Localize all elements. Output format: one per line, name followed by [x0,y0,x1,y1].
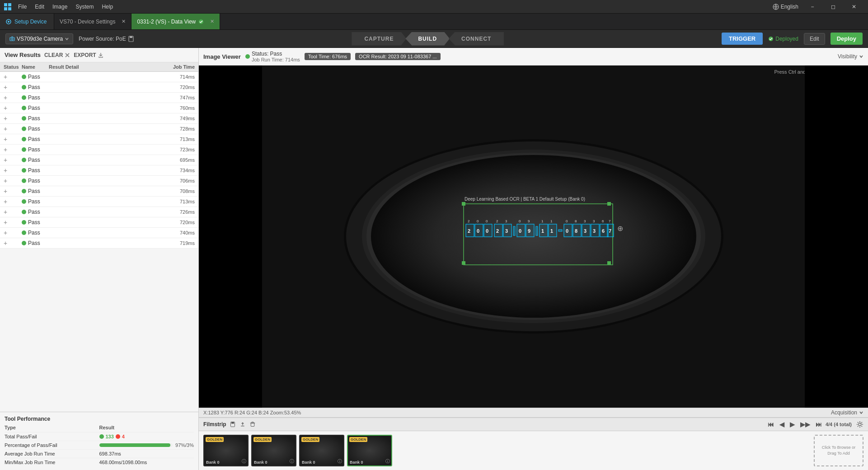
acquisition-button[interactable]: Acquisition [831,409,863,416]
row-add-icon[interactable]: + [4,229,22,236]
export-button[interactable]: EXPORT [74,52,103,58]
result-row[interactable]: + Pass 706ms [0,176,198,186]
filmstrip-save-icon[interactable] [229,421,236,428]
ocr-result-badge[interactable]: OCR Result: 2023 09 11-083367 ... [355,53,440,60]
deploy-button[interactable]: Deploy [830,33,863,45]
result-row[interactable]: + Pass 720ms [0,82,198,93]
result-row[interactable]: + Pass 714ms [0,72,198,82]
first-frame-button[interactable]: ⏮ [766,420,776,429]
svg-rect-23 [607,202,611,206]
build-step-label[interactable]: BUILD [405,32,450,46]
drop-zone[interactable]: Click To Browse orDrag To Add [814,435,863,466]
tab-data-view[interactable]: 0331-2 (VS) - Data View ✕ [131,14,220,29]
menu-help[interactable]: Help [98,3,117,11]
svg-text:3: 3 [593,228,596,234]
thumb-info-1[interactable]: ⓘ [242,458,246,465]
menu-system[interactable]: System [72,3,97,11]
row-add-icon[interactable]: + [4,136,22,143]
menu-edit[interactable]: Edit [31,3,48,11]
prev-frame-button[interactable]: ◀ [778,420,786,429]
clear-button[interactable]: CLEAR [44,52,70,58]
row-add-icon[interactable]: + [4,73,22,80]
filmstrip-panel: Filmstrip ⏮ ◀ ▶ ▶▶ ⏭ 4/4 (4 total) [199,418,868,470]
next-frame-button[interactable]: ▶▶ [798,420,812,429]
film-thumb-2[interactable]: GOLDEN Bank 0 ⓘ [251,435,296,466]
row-status-dot [22,199,26,204]
thumb-info-2[interactable]: ⓘ [290,458,294,465]
filmstrip-gear-icon[interactable] [856,421,863,428]
camera-selector[interactable]: VS709d3e Camera [5,33,73,44]
restore-button[interactable]: ◻ [823,0,844,14]
result-row[interactable]: + Pass 728ms [0,124,198,134]
result-row[interactable]: + Pass 734ms [0,165,198,176]
row-time: 720ms [159,85,195,90]
last-frame-button[interactable]: ⏭ [814,420,824,429]
row-add-icon[interactable]: + [4,104,22,112]
row-time: 706ms [159,178,195,183]
row-add-icon[interactable]: + [4,198,22,205]
row-status-dot [22,95,26,100]
step-connect[interactable]: CONNECT [449,32,504,46]
result-row[interactable]: + Pass 726ms [0,207,198,217]
film-thumb-4[interactable]: GOLDEN Bank 0 ⓘ [347,435,392,466]
capture-step-label[interactable]: CAPTURE [352,32,406,46]
tab-data-view-close[interactable]: ✕ [210,19,214,24]
row-add-icon[interactable]: + [4,219,22,226]
close-button[interactable]: ✕ [844,0,864,14]
filmstrip-upload-icon[interactable] [239,421,246,428]
result-row[interactable]: + Pass 749ms [0,113,198,124]
perf-pct-bar-wrap: 97%/3% [99,442,194,448]
row-add-icon[interactable]: + [4,146,22,153]
row-add-icon[interactable]: + [4,188,22,195]
minimize-button[interactable]: − [802,0,823,14]
menu-file[interactable]: File [14,3,30,11]
result-row[interactable]: + Pass 723ms [0,145,198,155]
trigger-button[interactable]: TRIGGER [722,33,763,45]
image-canvas[interactable]: Press Ctrl and drag mouse to pan. ⓘ [199,66,868,408]
film-thumb-1[interactable]: GOLDEN Bank 0 ⓘ [203,435,249,466]
result-row[interactable]: + Pass 747ms [0,93,198,103]
visibility-button[interactable]: Visibility [838,53,863,60]
row-add-icon[interactable]: + [4,167,22,174]
row-add-icon[interactable]: + [4,177,22,184]
film-thumb-3[interactable]: GOLDEN Bank 0 ⓘ [299,435,344,466]
result-row[interactable]: + Pass 760ms [0,103,198,113]
acquisition-label: Acquisition [831,409,857,416]
row-add-icon[interactable]: + [4,94,22,101]
step-capture[interactable]: CAPTURE [352,32,406,46]
result-row[interactable]: + Pass 713ms [0,134,198,145]
play-button[interactable]: ▶ [788,420,797,429]
tab-device-settings[interactable]: VS70 - Device Settings ✕ [54,14,131,29]
tool-time-badge[interactable]: Tool Time: 676ms [305,53,351,60]
row-add-icon[interactable]: + [4,125,22,132]
row-add-icon[interactable]: + [4,156,22,164]
filmstrip-delete-icon[interactable] [249,421,256,428]
result-row[interactable]: + Pass 720ms [0,217,198,228]
result-row[interactable]: + Pass 740ms [0,228,198,238]
save-icon[interactable] [128,36,134,42]
row-add-icon[interactable]: + [4,208,22,216]
row-add-icon[interactable]: + [4,115,22,122]
language-selector[interactable]: English [769,4,802,10]
row-status-dot [22,168,26,173]
result-row[interactable]: + Pass 708ms [0,186,198,197]
export-icon [98,52,103,58]
row-add-icon[interactable]: + [4,240,22,247]
svg-text:2: 2 [468,219,470,223]
thumb-info-4[interactable]: ⓘ [385,458,390,465]
connect-step-label[interactable]: CONNECT [449,32,504,46]
menu-image[interactable]: Image [49,3,71,11]
result-row[interactable]: + Pass 713ms [0,197,198,207]
step-build[interactable]: BUILD [405,32,450,46]
tab-setup-device[interactable]: Setup Device [0,14,54,29]
thumb-info-3[interactable]: ⓘ [338,458,342,465]
lens-svg: Deep Learning Based OCR | BETA 1 Default… [337,134,730,339]
row-status-text: Pass [28,105,40,111]
row-status-dot [22,106,26,110]
edit-button[interactable]: Edit [804,33,825,45]
row-add-icon[interactable]: + [4,84,22,91]
result-row[interactable]: + Pass 719ms [0,238,198,249]
tab-device-settings-close[interactable]: ✕ [122,19,126,24]
pipeline-steps: CAPTURE BUILD CONNECT [140,32,716,46]
result-row[interactable]: + Pass 695ms [0,155,198,165]
